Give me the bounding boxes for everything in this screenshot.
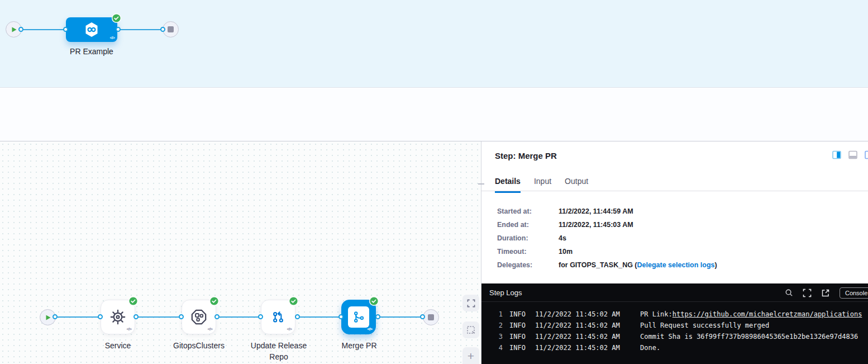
success-check-icon	[369, 296, 379, 306]
console-view-button[interactable]: Console View	[840, 287, 868, 299]
connector-dot	[53, 314, 58, 319]
code-glyph-icon: </>	[207, 327, 212, 332]
detail-value: 4s	[559, 234, 566, 242]
step-logs-header: Step Logs Con	[481, 283, 868, 302]
step-details-panel: Step: Merge PR Details Input Output Sta	[481, 141, 868, 283]
zoom-in-button[interactable]: +	[468, 349, 474, 363]
external-link-icon	[821, 289, 830, 297]
connector-dot	[295, 314, 300, 319]
log-message: PR Link:	[640, 309, 673, 320]
fullscreen-button[interactable]	[462, 295, 479, 311]
execution-summary-bar: PR Example Started at: 11/2/2022, 11:44:…	[0, 88, 868, 141]
connector-dot	[258, 314, 263, 319]
fullscreen-icon	[803, 289, 812, 297]
gitops-hexagon-icon	[83, 21, 101, 39]
detail-label: Duration:	[497, 234, 559, 242]
fullscreen-icon	[467, 299, 475, 308]
execution-end-node[interactable]	[423, 309, 439, 325]
delegate-selection-logs-link[interactable]: Delegate selection logs	[637, 261, 715, 269]
detail-value: 11/2/2022, 11:45:03 AM	[559, 221, 633, 229]
log-search-button[interactable]	[785, 289, 793, 297]
log-line: 4 INFO 11/2/2022 11:45:02 AM Done.	[481, 342, 868, 353]
detail-value: 11/2/2022, 11:44:59 AM	[559, 207, 633, 215]
connector-dot	[375, 314, 380, 319]
connector-line	[216, 316, 261, 318]
detail-label: Ended at:	[497, 221, 559, 229]
log-level: INFO	[509, 309, 535, 320]
layout-full-icon[interactable]	[865, 150, 868, 159]
log-level: INFO	[509, 342, 535, 353]
stage-label: PR Example	[66, 47, 117, 56]
connector-dot	[338, 314, 344, 319]
log-open-external-button[interactable]	[821, 289, 830, 297]
success-check-icon	[289, 296, 298, 306]
log-timestamp: 11/2/2022 11:45:02 AM	[535, 320, 640, 331]
detail-row-ended: Ended at: 11/2/2022, 11:45:03 AM	[497, 218, 717, 231]
delegates-prefix: for GITOPS_TASK_NG (	[559, 261, 637, 269]
layout-split-bottom-icon[interactable]	[848, 150, 857, 159]
gear-icon	[108, 308, 127, 327]
pr-link[interactable]: https://github.com/michaelcretzman/appli…	[673, 309, 862, 320]
connector-dot	[133, 314, 139, 319]
detail-label: Started at:	[497, 207, 559, 215]
connector-dot	[214, 314, 220, 319]
log-line-number: 4	[481, 342, 503, 353]
detail-value: 10m	[559, 248, 573, 256]
stage-node-pr-example[interactable]: </>	[66, 17, 117, 42]
code-glyph-icon: </>	[109, 35, 115, 40]
step-details-table: Started at: 11/2/2022, 11:44:59 AM Ended…	[497, 205, 717, 272]
detail-label: Delegates:	[497, 261, 559, 269]
delegates-suffix: )	[714, 261, 717, 269]
git-update-icon	[269, 308, 287, 326]
code-glyph-icon: </>	[287, 327, 292, 332]
step-node-update-release-repo[interactable]: </>	[261, 300, 295, 334]
search-icon	[785, 289, 793, 297]
connector-dot	[116, 27, 121, 32]
step-node-service[interactable]: </>	[101, 300, 135, 334]
panel-resize-handle[interactable]	[478, 183, 484, 185]
pipeline-execution-page: </> PR Example PR Example Started at: 11…	[0, 0, 868, 364]
log-message: Commit Sha is 36f99ff737b98986045365e1b2…	[640, 331, 858, 342]
connector-dot	[63, 27, 68, 32]
play-icon	[11, 26, 17, 33]
step-logs-title: Step Logs	[489, 289, 522, 297]
detail-label: Timeout:	[497, 248, 559, 256]
connector-dot	[179, 314, 184, 319]
layout-split-right-icon[interactable]	[832, 150, 841, 159]
success-check-icon	[112, 13, 121, 23]
log-line: 3 INFO 11/2/2022 11:45:02 AM Commit Sha …	[481, 331, 868, 342]
step-node-gitopsclusters[interactable]: </>	[182, 300, 216, 334]
stage-connector-line	[117, 29, 163, 30]
stop-square-icon	[428, 314, 434, 320]
play-icon	[45, 314, 51, 321]
connector-line	[377, 316, 423, 318]
layout-toggles	[832, 150, 868, 159]
success-check-icon	[209, 296, 219, 306]
marquee-selection-icon	[466, 325, 475, 334]
connector-dot	[18, 27, 23, 32]
step-node-label: GitopsClusters	[165, 340, 232, 351]
step-title: Step: Merge PR	[495, 151, 557, 160]
stage-graph-canvas[interactable]: </> PR Example	[0, 0, 868, 88]
log-message: Pull Request successfully merged	[640, 320, 769, 331]
stage-connector-line	[20, 29, 66, 30]
marquee-select-button[interactable]	[462, 322, 479, 338]
detail-value: for GITOPS_TASK_NG (Delegate selection l…	[559, 261, 717, 269]
step-node-merge-pr[interactable]: </>	[341, 300, 376, 334]
step-logs-body[interactable]: 1 INFO 11/2/2022 11:45:02 AM PR Link: ht…	[481, 302, 868, 364]
log-timestamp: 11/2/2022 11:45:02 AM	[535, 342, 640, 353]
code-glyph-icon: </>	[367, 327, 372, 332]
log-fullscreen-button[interactable]	[803, 289, 812, 297]
connector-line	[135, 316, 182, 318]
zoom-control[interactable]: + −	[462, 347, 479, 364]
stop-square-icon	[168, 26, 174, 32]
detail-row-delegates: Delegates: for GITOPS_TASK_NG (Delegate …	[497, 258, 717, 272]
log-line-number: 2	[481, 320, 503, 331]
log-timestamp: 11/2/2022 11:45:02 AM	[535, 309, 640, 320]
log-line: 2 INFO 11/2/2022 11:45:02 AM Pull Reques…	[481, 320, 868, 331]
step-node-label: Update Release Repo	[245, 340, 312, 362]
log-timestamp: 11/2/2022 11:45:02 AM	[535, 331, 640, 342]
logs-actions: Console View	[785, 283, 868, 302]
execution-graph-canvas[interactable]: </> Service </> GitopsClusters	[0, 141, 481, 364]
connector-line	[297, 316, 341, 318]
